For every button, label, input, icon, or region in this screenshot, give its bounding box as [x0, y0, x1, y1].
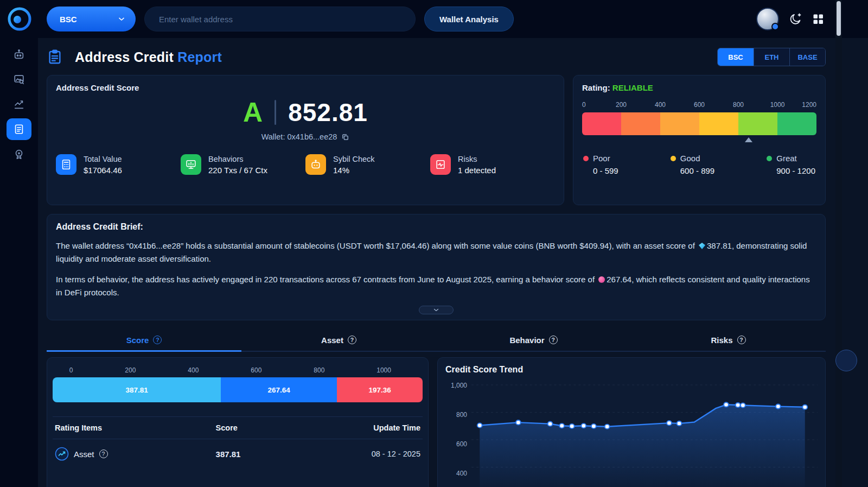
- network-toggle-bsc[interactable]: BSC: [718, 48, 754, 66]
- rating-bar-segment: [621, 112, 660, 135]
- help-icon[interactable]: [549, 336, 558, 344]
- chevron-down-icon: [117, 15, 126, 23]
- score-scale-tick: 800: [314, 366, 324, 374]
- apps-grid-icon[interactable]: [812, 12, 825, 26]
- metric-label: Total Value: [84, 155, 122, 163]
- rating-value: RELIABLE: [612, 83, 653, 92]
- brief-paragraph: In terms of behavior, the address has ac…: [56, 273, 816, 299]
- network-toggle-base[interactable]: BASE: [789, 48, 825, 66]
- sidebar-item-agent[interactable]: [7, 43, 31, 65]
- agent-icon: [13, 48, 25, 60]
- main-content: Address Credit Report BSC ETH BASE Addre…: [38, 38, 835, 487]
- score-scale-tick: 400: [188, 366, 199, 374]
- topbar: BSC Wallet Analysis: [0, 0, 868, 38]
- metric-total-value: Total Value $17064.46: [56, 154, 181, 175]
- help-icon[interactable]: [99, 450, 108, 458]
- rating-card: Rating: RELIABLE 020040060080010001200 P…: [573, 75, 826, 205]
- table-row[interactable]: Asset 387.81 08 - 12 - 2025: [53, 439, 423, 469]
- floating-widget-button[interactable]: [835, 350, 857, 371]
- trend-y-label: 800: [456, 411, 467, 419]
- brief-expand-row: [56, 306, 816, 314]
- sidebar-item-stats[interactable]: [7, 93, 31, 115]
- score-bar-segment: 267.64: [221, 377, 337, 402]
- sidebar-item-report[interactable]: [7, 118, 31, 140]
- rating-title: Rating: RELIABLE: [582, 83, 816, 92]
- help-icon[interactable]: [153, 336, 162, 344]
- detail-tabs: Score Asset Behavior Risks: [47, 329, 826, 352]
- score-bar-segment: 387.81: [53, 377, 221, 402]
- trend-y-label: 600: [456, 440, 467, 448]
- metric-value: 1 detected: [458, 166, 496, 175]
- network-dropdown-label: BSC: [60, 15, 77, 24]
- network-dropdown[interactable]: BSC: [47, 7, 136, 31]
- page-header: Address Credit Report BSC ETH BASE: [47, 38, 826, 75]
- wallet-address-line: Wallet: 0x41b6...ee28: [56, 132, 555, 141]
- score-card-title: Address Credit Score: [56, 83, 555, 92]
- rating-item-name: Asset: [74, 450, 94, 459]
- trend-chart-title: Credit Score Trend: [445, 365, 818, 375]
- tab-behavior[interactable]: Behavior: [436, 329, 631, 351]
- metric-label: Sybil Check: [333, 155, 375, 163]
- trend-y-label: 1,000: [451, 382, 467, 389]
- avatar-badge: [771, 23, 779, 30]
- sidebar-item-badge[interactable]: [7, 143, 31, 165]
- credit-brief-card: Address Credit Brief: The wallet address…: [47, 214, 826, 320]
- trend-y-axis: 1,000800600400: [445, 377, 471, 487]
- trend-chart: 1,000800600400: [445, 377, 818, 487]
- behavior-dot-icon: [598, 276, 605, 283]
- legend-item-poor: Poor 0 - 599: [583, 154, 618, 175]
- rating-scale-tick: 600: [694, 101, 705, 109]
- tab-asset[interactable]: Asset: [241, 329, 436, 351]
- legend-range: 900 - 1200: [776, 166, 815, 175]
- sidebar-item-image-scan[interactable]: [7, 68, 31, 90]
- rating-bar-segment: [738, 112, 777, 135]
- legend-item-great: Great 900 - 1200: [767, 154, 815, 175]
- brief-paragraph: The wallet address “0x41b6...ee28” holds…: [56, 239, 816, 265]
- expand-button[interactable]: [419, 306, 454, 314]
- rating-items-table: Rating Items Score Update Time Asset: [53, 416, 423, 469]
- score-bar-segment: 197.36: [337, 377, 423, 402]
- score-divider: [275, 100, 276, 125]
- legend-item-good: Good 600 - 899: [671, 154, 714, 175]
- metric-label: Behaviors: [208, 155, 267, 163]
- rating-item-update-time: 08 - 12 - 2025: [318, 450, 420, 458]
- app-logo-icon[interactable]: [7, 6, 33, 32]
- rating-marker-row: [582, 135, 816, 144]
- pulse-doc-icon: [430, 154, 451, 175]
- help-icon[interactable]: [737, 336, 746, 344]
- chart-up-icon: [13, 98, 25, 110]
- scrollbar-track[interactable]: [835, 0, 842, 487]
- table-header-cell: Rating Items: [55, 423, 216, 432]
- metric-value: 14%: [333, 166, 375, 175]
- tab-score[interactable]: Score: [47, 329, 241, 351]
- rating-scale-tick: 1200: [802, 101, 816, 109]
- page-title: Address Credit Report: [75, 49, 222, 65]
- avatar[interactable]: [756, 8, 779, 30]
- wallet-address-input[interactable]: [144, 7, 416, 31]
- score-scale-tick: 1000: [376, 366, 391, 374]
- copy-icon[interactable]: [341, 133, 349, 141]
- rating-bar-segment: [777, 112, 816, 135]
- metric-behaviors: Behaviors 220 Txs / 67 Ctx: [181, 154, 305, 175]
- credit-score-trend-panel: Credit Score Trend 1,000800600400: [437, 357, 826, 487]
- image-scan-icon: [13, 73, 25, 85]
- metric-sybil-check: Sybil Check 14%: [305, 154, 430, 175]
- dark-mode-moon-icon[interactable]: [789, 12, 802, 26]
- wallet-address-label: Wallet: 0x41b6...ee28: [261, 132, 337, 141]
- credit-grade: A: [243, 99, 263, 126]
- metric-label: Risks: [458, 155, 496, 163]
- score-metrics-row: Total Value $17064.46 Behaviors: [56, 154, 555, 175]
- legend-dot: [767, 156, 772, 161]
- report-icon: [13, 123, 25, 135]
- rating-scale-tick: 800: [733, 101, 744, 109]
- tab-risks[interactable]: Risks: [631, 329, 826, 351]
- network-toggle-eth[interactable]: ETH: [754, 48, 789, 66]
- scrollbar-thumb[interactable]: [837, 1, 841, 36]
- tab-content-row: 02004006008001000 387.81267.64197.36 Rat…: [47, 357, 826, 487]
- metric-value: 220 Txs / 67 Ctx: [208, 166, 267, 175]
- table-header: Rating Items Score Update Time: [53, 416, 423, 439]
- legend-label: Good: [680, 154, 700, 163]
- rating-bar-segment: [582, 112, 621, 135]
- wallet-analysis-button[interactable]: Wallet Analysis: [424, 7, 514, 31]
- help-icon[interactable]: [348, 336, 356, 344]
